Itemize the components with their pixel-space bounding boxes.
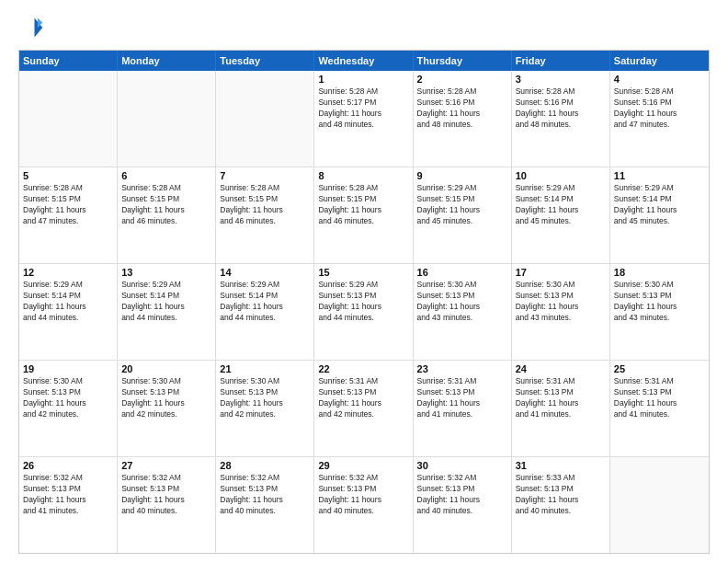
- day-number: 23: [417, 363, 507, 374]
- day-info: Sunrise: 5:28 AM Sunset: 5:16 PM Dayligh…: [516, 86, 606, 131]
- day-number: 12: [23, 267, 113, 278]
- day-cell-31: 31Sunrise: 5:33 AM Sunset: 5:13 PM Dayli…: [512, 457, 610, 553]
- day-cell-5: 5Sunrise: 5:28 AM Sunset: 5:15 PM Daylig…: [19, 167, 118, 263]
- day-info: Sunrise: 5:29 AM Sunset: 5:14 PM Dayligh…: [23, 280, 113, 324]
- page: SundayMondayTuesdayWednesdayThursdayFrid…: [0, 0, 728, 563]
- day-info: Sunrise: 5:30 AM Sunset: 5:13 PM Dayligh…: [23, 376, 113, 420]
- day-info: Sunrise: 5:29 AM Sunset: 5:15 PM Dayligh…: [417, 183, 507, 227]
- day-info: Sunrise: 5:33 AM Sunset: 5:13 PM Dayligh…: [516, 473, 606, 517]
- day-number: 10: [516, 170, 606, 181]
- day-number: 2: [417, 74, 507, 85]
- day-number: 9: [417, 170, 507, 181]
- day-cell-8: 8Sunrise: 5:28 AM Sunset: 5:15 PM Daylig…: [314, 167, 413, 263]
- day-cell-11: 11Sunrise: 5:29 AM Sunset: 5:14 PM Dayli…: [610, 167, 709, 263]
- day-number: 8: [318, 170, 408, 181]
- calendar-body: 1Sunrise: 5:28 AM Sunset: 5:17 PM Daylig…: [19, 71, 709, 553]
- header: [18, 15, 710, 40]
- day-info: Sunrise: 5:31 AM Sunset: 5:13 PM Dayligh…: [516, 376, 606, 420]
- day-cell-27: 27Sunrise: 5:32 AM Sunset: 5:13 PM Dayli…: [118, 457, 216, 553]
- day-number: 22: [318, 363, 408, 374]
- day-info: Sunrise: 5:28 AM Sunset: 5:15 PM Dayligh…: [318, 183, 408, 227]
- day-info: Sunrise: 5:31 AM Sunset: 5:13 PM Dayligh…: [614, 376, 705, 420]
- calendar-header: SundayMondayTuesdayWednesdayThursdayFrid…: [19, 51, 709, 71]
- day-info: Sunrise: 5:30 AM Sunset: 5:13 PM Dayligh…: [516, 280, 606, 324]
- day-cell-23: 23Sunrise: 5:31 AM Sunset: 5:13 PM Dayli…: [414, 361, 512, 456]
- day-info: Sunrise: 5:28 AM Sunset: 5:16 PM Dayligh…: [614, 86, 705, 131]
- day-of-week-sunday: Sunday: [19, 51, 118, 71]
- day-info: Sunrise: 5:31 AM Sunset: 5:13 PM Dayligh…: [417, 376, 507, 420]
- day-info: Sunrise: 5:29 AM Sunset: 5:14 PM Dayligh…: [516, 183, 606, 227]
- day-info: Sunrise: 5:32 AM Sunset: 5:13 PM Dayligh…: [121, 473, 211, 517]
- day-of-week-thursday: Thursday: [414, 51, 512, 71]
- day-cell-17: 17Sunrise: 5:30 AM Sunset: 5:13 PM Dayli…: [512, 264, 610, 360]
- day-info: Sunrise: 5:28 AM Sunset: 5:16 PM Dayligh…: [417, 86, 507, 131]
- day-cell-20: 20Sunrise: 5:30 AM Sunset: 5:13 PM Dayli…: [118, 361, 216, 456]
- day-of-week-friday: Friday: [512, 51, 610, 71]
- logo: [18, 15, 48, 40]
- day-cell-9: 9Sunrise: 5:29 AM Sunset: 5:15 PM Daylig…: [414, 167, 512, 263]
- week-row-3: 12Sunrise: 5:29 AM Sunset: 5:14 PM Dayli…: [19, 264, 709, 361]
- day-of-week-saturday: Saturday: [610, 51, 709, 71]
- day-cell-18: 18Sunrise: 5:30 AM Sunset: 5:13 PM Dayli…: [610, 264, 709, 360]
- day-number: 15: [318, 267, 408, 278]
- day-cell-12: 12Sunrise: 5:29 AM Sunset: 5:14 PM Dayli…: [19, 264, 118, 360]
- calendar: SundayMondayTuesdayWednesdayThursdayFrid…: [18, 50, 710, 554]
- day-number: 25: [614, 363, 705, 374]
- day-number: 28: [220, 460, 310, 471]
- day-number: 30: [417, 460, 507, 471]
- day-cell-13: 13Sunrise: 5:29 AM Sunset: 5:14 PM Dayli…: [118, 264, 216, 360]
- day-cell-14: 14Sunrise: 5:29 AM Sunset: 5:14 PM Dayli…: [216, 264, 314, 360]
- week-row-1: 1Sunrise: 5:28 AM Sunset: 5:17 PM Daylig…: [19, 71, 709, 167]
- day-cell-24: 24Sunrise: 5:31 AM Sunset: 5:13 PM Dayli…: [512, 361, 610, 456]
- day-number: 19: [23, 363, 113, 374]
- day-cell-4: 4Sunrise: 5:28 AM Sunset: 5:16 PM Daylig…: [610, 71, 709, 167]
- day-info: Sunrise: 5:29 AM Sunset: 5:14 PM Dayligh…: [121, 280, 211, 324]
- week-row-5: 26Sunrise: 5:32 AM Sunset: 5:13 PM Dayli…: [19, 457, 709, 553]
- day-cell-6: 6Sunrise: 5:28 AM Sunset: 5:15 PM Daylig…: [118, 167, 216, 263]
- day-info: Sunrise: 5:28 AM Sunset: 5:15 PM Dayligh…: [23, 183, 113, 227]
- day-cell-29: 29Sunrise: 5:32 AM Sunset: 5:13 PM Dayli…: [314, 457, 413, 553]
- day-info: Sunrise: 5:30 AM Sunset: 5:13 PM Dayligh…: [614, 280, 705, 324]
- day-number: 29: [318, 460, 408, 471]
- day-number: 16: [417, 267, 507, 278]
- day-number: 17: [516, 267, 606, 278]
- day-info: Sunrise: 5:29 AM Sunset: 5:13 PM Dayligh…: [318, 280, 408, 324]
- day-info: Sunrise: 5:29 AM Sunset: 5:14 PM Dayligh…: [614, 183, 705, 227]
- empty-cell: [610, 457, 709, 553]
- day-of-week-monday: Monday: [118, 51, 216, 71]
- day-cell-26: 26Sunrise: 5:32 AM Sunset: 5:13 PM Dayli…: [19, 457, 118, 553]
- day-info: Sunrise: 5:28 AM Sunset: 5:17 PM Dayligh…: [318, 86, 408, 131]
- day-cell-2: 2Sunrise: 5:28 AM Sunset: 5:16 PM Daylig…: [414, 71, 512, 167]
- empty-cell: [19, 71, 118, 167]
- day-info: Sunrise: 5:30 AM Sunset: 5:13 PM Dayligh…: [220, 376, 310, 420]
- day-number: 3: [516, 74, 606, 85]
- day-number: 6: [121, 170, 211, 181]
- day-info: Sunrise: 5:32 AM Sunset: 5:13 PM Dayligh…: [417, 473, 507, 517]
- day-cell-30: 30Sunrise: 5:32 AM Sunset: 5:13 PM Dayli…: [414, 457, 512, 553]
- empty-cell: [118, 71, 216, 167]
- day-number: 27: [121, 460, 211, 471]
- day-of-week-wednesday: Wednesday: [314, 51, 413, 71]
- day-number: 1: [318, 74, 408, 85]
- day-number: 4: [614, 74, 705, 85]
- day-number: 20: [121, 363, 211, 374]
- day-cell-21: 21Sunrise: 5:30 AM Sunset: 5:13 PM Dayli…: [216, 361, 314, 456]
- day-cell-16: 16Sunrise: 5:30 AM Sunset: 5:13 PM Dayli…: [414, 264, 512, 360]
- day-cell-22: 22Sunrise: 5:31 AM Sunset: 5:13 PM Dayli…: [314, 361, 413, 456]
- day-number: 13: [121, 267, 211, 278]
- day-info: Sunrise: 5:28 AM Sunset: 5:15 PM Dayligh…: [121, 183, 211, 227]
- day-number: 11: [614, 170, 705, 181]
- day-info: Sunrise: 5:29 AM Sunset: 5:14 PM Dayligh…: [220, 280, 310, 324]
- day-number: 21: [220, 363, 310, 374]
- day-number: 31: [516, 460, 606, 471]
- day-cell-28: 28Sunrise: 5:32 AM Sunset: 5:13 PM Dayli…: [216, 457, 314, 553]
- empty-cell: [216, 71, 314, 167]
- day-of-week-tuesday: Tuesday: [216, 51, 314, 71]
- day-number: 24: [516, 363, 606, 374]
- day-cell-1: 1Sunrise: 5:28 AM Sunset: 5:17 PM Daylig…: [314, 71, 413, 167]
- day-cell-3: 3Sunrise: 5:28 AM Sunset: 5:16 PM Daylig…: [512, 71, 610, 167]
- day-info: Sunrise: 5:32 AM Sunset: 5:13 PM Dayligh…: [23, 473, 113, 517]
- day-cell-7: 7Sunrise: 5:28 AM Sunset: 5:15 PM Daylig…: [216, 167, 314, 263]
- day-number: 5: [23, 170, 113, 181]
- day-info: Sunrise: 5:32 AM Sunset: 5:13 PM Dayligh…: [220, 473, 310, 517]
